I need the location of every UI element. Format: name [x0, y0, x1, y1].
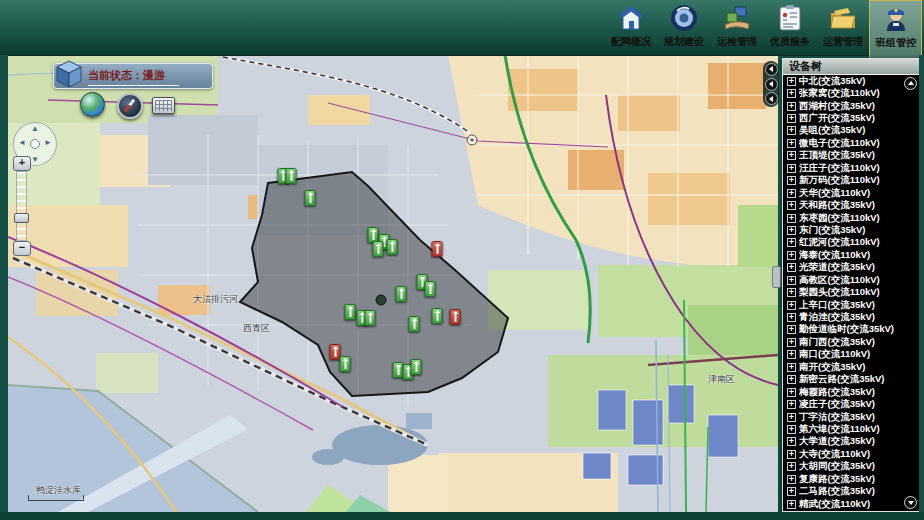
map-canvas[interactable] [8, 55, 778, 512]
tree-item[interactable]: +新万码(交流110kV) [783, 175, 920, 187]
tree-item[interactable]: +新密云路(交流35kV) [783, 374, 920, 386]
tree-item[interactable]: +王顶堤(交流35kV) [783, 150, 920, 162]
substation-marker-green[interactable] [387, 239, 398, 255]
expand-icon[interactable]: + [787, 114, 796, 123]
tree-item[interactable]: +吴咀(交流35kV) [783, 125, 920, 137]
expand-icon[interactable]: + [787, 176, 796, 185]
zoom-out-button[interactable]: − [13, 241, 31, 256]
substation-marker-green[interactable] [409, 316, 420, 332]
expand-icon[interactable]: + [787, 487, 796, 496]
expand-icon[interactable]: + [787, 139, 796, 148]
tree-item[interactable]: +梅霞路(交流35kV) [783, 386, 920, 398]
tree-item[interactable]: +大胡同(交流35kV) [783, 461, 920, 473]
zoom-in-button[interactable]: + [13, 156, 31, 171]
substation-marker-green[interactable] [340, 356, 351, 372]
expand-icon[interactable]: + [787, 313, 796, 322]
expand-icon[interactable]: + [787, 413, 796, 422]
expand-icon[interactable]: + [787, 226, 796, 235]
substation-marker-green[interactable] [345, 304, 356, 320]
tree-item[interactable]: +第六埠(交流110kV) [783, 423, 920, 435]
tree-item[interactable]: +梨园头(交流110kV) [783, 286, 920, 298]
keyboard-tool-button[interactable] [152, 97, 175, 114]
tree-item[interactable]: +凌庄子(交流35kV) [783, 398, 920, 410]
tree-item[interactable]: +南开(交流35kV) [783, 361, 920, 373]
tab-grid-overview[interactable]: 配网概况 [604, 0, 657, 56]
globe-tool-button[interactable] [80, 92, 105, 117]
expand-icon[interactable]: + [787, 189, 796, 198]
tree-item[interactable]: +海泰(交流110kV) [783, 249, 920, 261]
expand-icon[interactable]: + [787, 164, 796, 173]
expand-icon[interactable]: + [787, 375, 796, 384]
tree-item[interactable]: +勤俭道临时(交流35kV) [783, 324, 920, 336]
expand-icon[interactable]: + [787, 338, 796, 347]
tab-planning[interactable]: 规划建设 [657, 0, 710, 56]
tree-item[interactable]: +大学道(交流35kV) [783, 436, 920, 448]
expand-icon[interactable]: + [787, 475, 796, 484]
substation-marker-green[interactable] [373, 241, 384, 257]
tree-item[interactable]: +东枣园(交流110kV) [783, 212, 920, 224]
tree-item[interactable]: +南口(交流110kV) [783, 349, 920, 361]
expand-icon[interactable]: + [787, 276, 796, 285]
expand-icon[interactable]: + [787, 450, 796, 459]
tab-service[interactable]: 优质服务 [763, 0, 816, 56]
tree-item[interactable]: +张家窝(交流110kV) [783, 87, 920, 99]
expand-icon[interactable]: + [787, 388, 796, 397]
pan-up-icon[interactable]: ▲ [31, 124, 39, 133]
tree-item[interactable]: +东门(交流35kV) [783, 224, 920, 236]
expand-icon[interactable]: + [787, 363, 796, 372]
tab-operation[interactable]: 运营管理 [816, 0, 869, 56]
expand-icon[interactable]: + [787, 126, 796, 135]
substation-marker-green[interactable] [365, 310, 376, 326]
substation-marker-green[interactable] [396, 286, 407, 302]
tree-item[interactable]: +精武(交流110kV) [783, 498, 920, 510]
tree-item[interactable]: +光荣道(交流35kV) [783, 262, 920, 274]
tree-item[interactable]: +汪庄子(交流110kV) [783, 162, 920, 174]
substation-marker-green[interactable] [425, 281, 436, 297]
tab-team-control[interactable]: 班组管控 [869, 0, 922, 58]
expand-icon[interactable]: + [787, 425, 796, 434]
expand-icon[interactable]: + [787, 102, 796, 111]
expand-icon[interactable]: + [787, 238, 796, 247]
substation-marker-red[interactable] [432, 241, 443, 257]
tree-item[interactable]: +上辛口(交流35kV) [783, 299, 920, 311]
scroll-up-button[interactable] [904, 77, 917, 90]
tab-inspection[interactable]: 运检管理 [710, 0, 763, 56]
tree-item[interactable]: +大寺(交流110kV) [783, 448, 920, 460]
compass-tool-button[interactable] [117, 93, 143, 119]
tree-item[interactable]: +西湖村(交流35kV) [783, 100, 920, 112]
tree-item[interactable]: +西广开(交流35kV) [783, 112, 920, 124]
zoom-slider-handle[interactable] [14, 213, 29, 223]
pan-down-icon[interactable]: ▼ [31, 155, 39, 164]
substation-marker-green[interactable] [286, 168, 297, 184]
panel-toggle-button-2[interactable] [765, 78, 778, 91]
expand-icon[interactable]: + [787, 301, 796, 310]
pan-right-icon[interactable]: ► [44, 138, 52, 147]
tree-item[interactable]: +红泥河(交流110kV) [783, 237, 920, 249]
expand-icon[interactable]: + [787, 350, 796, 359]
pan-left-icon[interactable]: ◄ [18, 138, 26, 147]
device-tree-list[interactable]: +中北(交流35kV)+张家窝(交流110kV)+西湖村(交流35kV)+西广开… [783, 75, 920, 511]
expand-icon[interactable]: + [787, 288, 796, 297]
tree-item[interactable]: +复康路(交流35kV) [783, 473, 920, 485]
tree-item[interactable]: +南门西(交流35kV) [783, 336, 920, 348]
expand-icon[interactable]: + [787, 400, 796, 409]
zoom-slider-track[interactable] [16, 171, 27, 241]
expand-icon[interactable]: + [787, 437, 796, 446]
expand-icon[interactable]: + [787, 151, 796, 160]
expand-icon[interactable]: + [787, 251, 796, 260]
substation-marker-green[interactable] [411, 359, 422, 375]
expand-icon[interactable]: + [787, 500, 796, 509]
tree-item[interactable]: +天华(交流110kV) [783, 187, 920, 199]
expand-icon[interactable]: + [787, 263, 796, 272]
panel-toggle-button-1[interactable] [765, 63, 778, 76]
panel-toggle-button-3[interactable] [765, 92, 778, 105]
tree-item[interactable]: +天和路(交流35kV) [783, 199, 920, 211]
tree-item[interactable]: +中北(交流35kV) [783, 75, 920, 87]
tree-item[interactable]: +青泊洼(交流35kV) [783, 311, 920, 323]
expand-icon[interactable]: + [787, 462, 796, 471]
tree-item[interactable]: +微电子(交流110kV) [783, 137, 920, 149]
expand-icon[interactable]: + [787, 77, 796, 86]
expand-icon[interactable]: + [787, 325, 796, 334]
tree-item[interactable]: +丁字沽(交流35kV) [783, 411, 920, 423]
substation-marker-red[interactable] [450, 309, 461, 325]
